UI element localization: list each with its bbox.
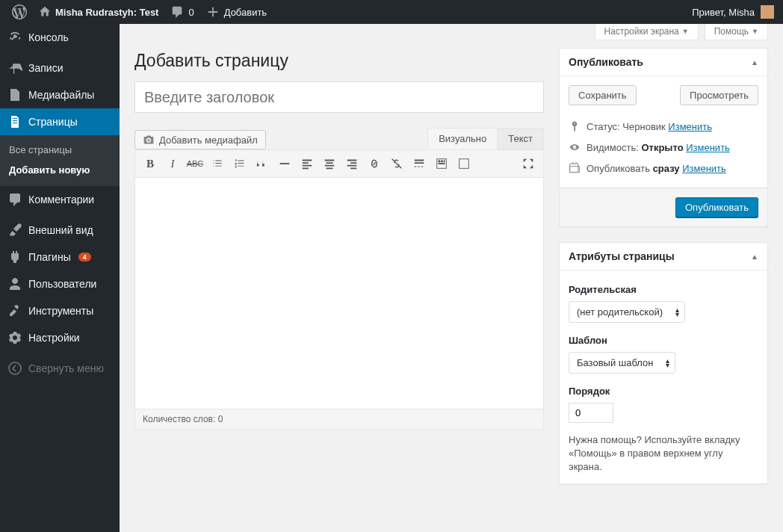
bullet-list-button[interactable]: [207, 153, 228, 174]
italic-button[interactable]: I: [162, 153, 183, 174]
word-count: Количество слов: 0: [134, 409, 544, 430]
media-icon: [7, 87, 22, 102]
menu-posts[interactable]: Записи: [0, 55, 120, 81]
wp-logo[interactable]: [6, 0, 33, 24]
align-center-button[interactable]: [319, 153, 340, 174]
preview-button[interactable]: Просмотреть: [680, 85, 758, 105]
help-text: Нужна помощь? Используйте вкладку «Помощ…: [569, 433, 758, 474]
brush-icon: [7, 223, 22, 238]
box-toggle[interactable]: ▲: [751, 58, 758, 66]
admin-bar: Misha Rudrastyh: Test 0 Добавить Привет,…: [0, 0, 783, 24]
menu-comments[interactable]: Комментарии: [0, 186, 120, 213]
hr-button[interactable]: [274, 153, 295, 174]
settings-icon: [7, 330, 22, 345]
site-title: Misha Rudrastyh: Test: [55, 7, 158, 18]
add-new-label: Добавить: [224, 7, 267, 18]
menu-label: Комментарии: [28, 194, 94, 205]
tools-icon: [7, 303, 22, 318]
editor-toolbar: B I ABC: [134, 149, 544, 178]
bold-button[interactable]: B: [140, 153, 161, 174]
menu-settings[interactable]: Настройки: [0, 324, 120, 351]
edit-schedule-link[interactable]: Изменить: [682, 163, 726, 174]
user-icon: [7, 276, 22, 291]
site-name-link[interactable]: Misha Rudrastyh: Test: [33, 0, 164, 24]
home-icon: [39, 6, 51, 18]
greeting[interactable]: Привет, Misha: [692, 7, 755, 18]
save-draft-button[interactable]: Сохранить: [569, 85, 637, 105]
menu-label: Пользователи: [28, 278, 96, 290]
wordpress-icon: [12, 4, 27, 19]
chevron-down-icon: ▼: [752, 28, 758, 35]
more-button[interactable]: [409, 153, 430, 174]
svg-point-0: [9, 362, 21, 374]
content-editor[interactable]: [134, 178, 544, 409]
eye-icon: [569, 141, 581, 153]
menu-pages[interactable]: Страницы: [0, 108, 120, 135]
pages-icon: [7, 114, 22, 129]
svg-rect-4: [441, 161, 443, 163]
align-right-button[interactable]: [341, 153, 362, 174]
status-line: Статус: Черновик Изменить: [569, 116, 758, 137]
tab-text[interactable]: Текст: [498, 128, 544, 149]
menu-label: Медиафайлы: [28, 89, 94, 101]
camera-icon: [143, 134, 155, 146]
submenu-pages: Все страницы Добавить новую: [0, 135, 120, 186]
comments-link[interactable]: 0: [164, 0, 199, 24]
menu-label: Страницы: [28, 116, 78, 128]
help-tab[interactable]: Помощь▼: [705, 24, 768, 40]
menu-dashboard[interactable]: Консоль: [0, 24, 120, 51]
edit-status-link[interactable]: Изменить: [668, 121, 712, 132]
tab-visual[interactable]: Визуально: [427, 128, 498, 149]
chevron-down-icon: ▼: [682, 28, 689, 35]
admin-menu: Консоль Записи Медиафайлы Страницы Все с…: [0, 24, 120, 532]
strike-button[interactable]: ABC: [185, 153, 205, 174]
edit-visibility-link[interactable]: Изменить: [686, 142, 730, 153]
submenu-all-pages[interactable]: Все страницы: [0, 140, 120, 160]
menu-label: Консоль: [28, 31, 69, 43]
menu-media[interactable]: Медиафайлы: [0, 81, 120, 108]
svg-rect-1: [280, 163, 290, 164]
publish-box-title: Опубликовать: [569, 56, 643, 68]
page-title: Добавить страницу: [134, 51, 544, 71]
unlink-button[interactable]: [386, 153, 407, 174]
template-label: Шаблон: [569, 335, 758, 346]
publish-button[interactable]: Опубликовать: [675, 197, 758, 217]
key-icon: [569, 120, 581, 132]
comment-icon: [7, 192, 22, 207]
link-button[interactable]: [364, 153, 385, 174]
menu-label: Плагины: [28, 251, 71, 263]
parent-select[interactable]: (нет родительской): [569, 301, 685, 323]
calendar-icon: [569, 162, 581, 174]
publish-box: Опубликовать ▲ Сохранить Просмотреть Ста…: [559, 48, 768, 227]
menu-label: Настройки: [28, 332, 80, 344]
fullscreen-button[interactable]: [518, 153, 539, 174]
quote-button[interactable]: [252, 153, 273, 174]
post-title-input[interactable]: [134, 81, 544, 113]
avatar[interactable]: [761, 5, 774, 19]
order-label: Порядок: [569, 386, 758, 397]
menu-collapse[interactable]: Свернуть меню: [0, 355, 120, 382]
menu-appearance[interactable]: Внешний вид: [0, 217, 120, 244]
box-toggle[interactable]: ▲: [751, 253, 758, 261]
align-left-button[interactable]: [297, 153, 318, 174]
content-area: Настройки экрана▼ Помощь▼ Добавить стран…: [120, 24, 783, 532]
order-input[interactable]: [569, 403, 613, 423]
dashboard-icon: [7, 30, 22, 45]
svg-rect-5: [444, 161, 445, 163]
menu-plugins[interactable]: Плагины 4: [0, 244, 120, 270]
menu-users[interactable]: Пользователи: [0, 270, 120, 297]
plus-icon: [206, 5, 220, 19]
template-select[interactable]: Базовый шаблон: [569, 352, 675, 374]
toolbar-toggle-button[interactable]: [431, 153, 452, 174]
comment-count: 0: [188, 7, 194, 18]
svg-rect-7: [459, 159, 469, 169]
insert-button[interactable]: [454, 153, 474, 174]
submenu-add-page[interactable]: Добавить новую: [0, 160, 120, 180]
add-media-button[interactable]: Добавить медиафайл: [134, 130, 266, 149]
menu-tools[interactable]: Инструменты: [0, 297, 120, 324]
menu-label: Записи: [28, 62, 63, 74]
screen-options-tab[interactable]: Настройки экрана▼: [595, 24, 699, 40]
menu-label: Свернуть меню: [28, 362, 104, 374]
number-list-button[interactable]: [229, 153, 250, 174]
new-content-link[interactable]: Добавить: [200, 0, 273, 24]
